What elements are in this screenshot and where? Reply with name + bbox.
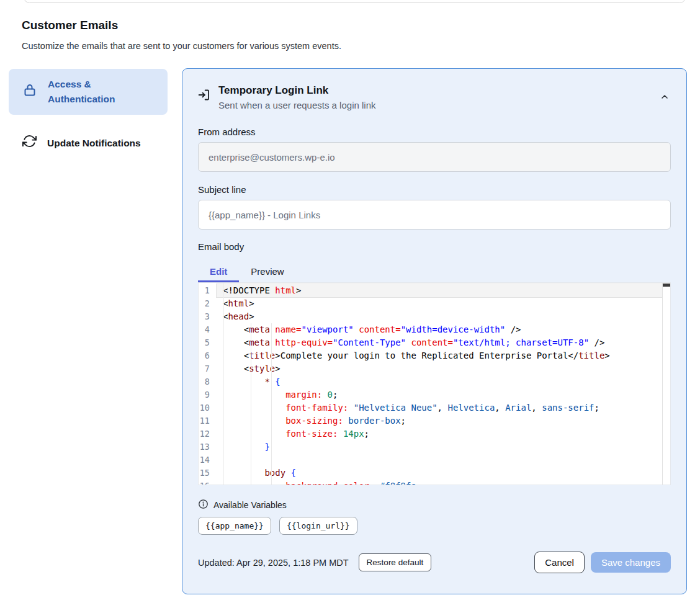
- temporary-login-link-card: Temporary Login Link Sent when a user re…: [182, 68, 687, 594]
- card-footer: Updated: Apr 29, 2025, 1:18 PM MDT Resto…: [198, 552, 671, 573]
- restore-default-button[interactable]: Restore default: [359, 553, 432, 571]
- code-line[interactable]: 1<!DOCTYPE html>: [199, 284, 670, 297]
- chevron-up-icon[interactable]: [660, 92, 670, 104]
- login-icon: [198, 89, 210, 110]
- save-changes-button[interactable]: Save changes: [591, 552, 671, 573]
- variable-chips: {{app_name}} {{login_url}}: [198, 517, 671, 535]
- code-line[interactable]: 10 font-family: "Helvetica Neue", Helvet…: [199, 401, 670, 414]
- lock-icon: [22, 83, 37, 102]
- indent-guide: [251, 323, 251, 485]
- available-variables-row: Available Variables: [198, 499, 671, 511]
- code-line[interactable]: 3<head>: [199, 310, 670, 323]
- sidebar-item-update-notifications[interactable]: Update Notifications: [9, 126, 168, 161]
- indent-guide: [271, 323, 272, 485]
- info-icon: [198, 499, 209, 511]
- subject-line-input[interactable]: [198, 200, 671, 230]
- card-header: Temporary Login Link Sent when a user re…: [198, 84, 671, 110]
- scrollbar-thumb[interactable]: [663, 284, 670, 287]
- from-address-input[interactable]: [198, 142, 671, 172]
- cancel-button[interactable]: Cancel: [534, 552, 585, 573]
- variable-chip-login-url[interactable]: {{login_url}}: [279, 517, 357, 535]
- email-body-tabs: Edit Preview: [198, 261, 671, 282]
- gutter-separator: [223, 283, 224, 485]
- code-line[interactable]: 15 body {: [199, 467, 670, 480]
- page-subtitle: Customize the emails that are sent to yo…: [22, 41, 341, 51]
- code-line[interactable]: 11 box-sizing: border-box;: [199, 414, 670, 427]
- variable-chip-app-name[interactable]: {{app_name}}: [198, 517, 271, 535]
- code-editor[interactable]: 1<!DOCTYPE html>2<html>3<head>4 <meta na…: [198, 282, 671, 485]
- tab-edit[interactable]: Edit: [198, 261, 239, 282]
- email-body-label: Email body: [198, 241, 671, 252]
- code-line[interactable]: 9 margin: 0;: [199, 388, 670, 401]
- code-line[interactable]: 5 <meta http-equiv="Content-Type" conten…: [199, 336, 670, 349]
- code-line[interactable]: 8 * {: [199, 375, 670, 388]
- subject-line-label: Subject line: [198, 184, 671, 195]
- card-subtitle: Sent when a user requests a login link: [218, 100, 375, 110]
- refresh-icon: [22, 134, 37, 153]
- sidebar-item-label: Access & Authentication: [48, 77, 135, 107]
- code-line[interactable]: 13 }: [199, 440, 670, 454]
- code-line[interactable]: 4 <meta name="viewport" content="width=d…: [199, 323, 670, 336]
- tab-preview[interactable]: Preview: [239, 261, 295, 282]
- email-types-sidebar: Access & Authentication Update Notificat…: [9, 69, 168, 172]
- code-editor-lines: 1<!DOCTYPE html>2<html>3<head>4 <meta na…: [199, 284, 670, 485]
- code-line[interactable]: 16 background-color: #f8f9fa;: [199, 480, 670, 485]
- code-line[interactable]: 6 <title>Complete your login to the Repl…: [199, 349, 670, 362]
- card-title: Temporary Login Link: [218, 84, 375, 97]
- page-title: Customer Emails: [22, 19, 118, 32]
- from-address-label: From address: [198, 127, 671, 137]
- code-line[interactable]: 2<html>: [199, 297, 670, 310]
- editor-scrollbar[interactable]: [662, 283, 670, 485]
- updated-timestamp: Updated: Apr 29, 2025, 1:18 PM MDT: [198, 558, 349, 568]
- sidebar-item-label: Update Notifications: [47, 136, 141, 151]
- previous-card-bottom-edge: [24, 0, 686, 3]
- code-line[interactable]: 12 font-size: 14px;: [199, 427, 670, 440]
- available-variables-label: Available Variables: [213, 500, 287, 510]
- code-line[interactable]: 14: [199, 454, 670, 467]
- sidebar-item-access-authentication[interactable]: Access & Authentication: [9, 69, 168, 115]
- code-line[interactable]: 7 <style>: [199, 362, 670, 375]
